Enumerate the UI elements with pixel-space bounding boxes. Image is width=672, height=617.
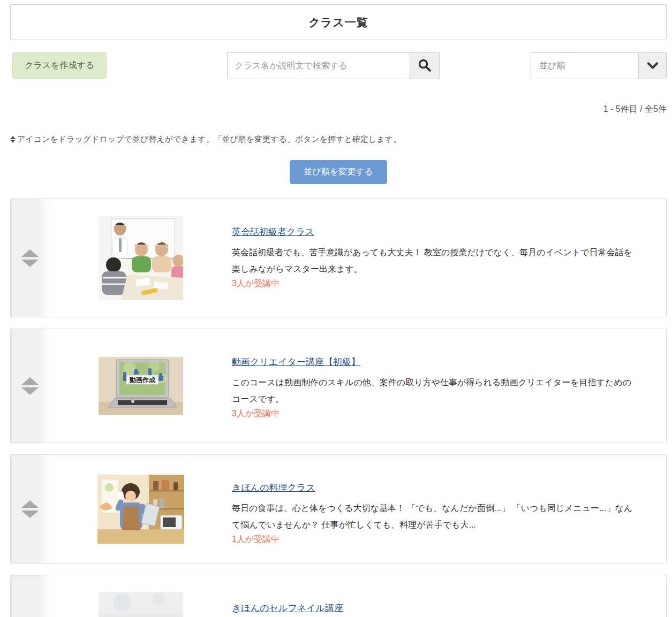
class-title-link[interactable]: 英会話初級者クラス bbox=[232, 226, 314, 238]
english-conversation-classroom-photo bbox=[99, 216, 183, 300]
enrollment-count: 3人が受講中 bbox=[232, 278, 635, 290]
class-info: きほんの料理クラス 毎日の食事は、心と体をつくる大切な基本！ 「でも、なんだか面… bbox=[232, 455, 666, 563]
class-title-link[interactable]: きほんのセルフネイル講座 bbox=[232, 602, 343, 614]
magnifier-icon bbox=[418, 58, 432, 74]
drag-sort-icon bbox=[21, 500, 39, 518]
class-info: 動画クリエイター講座【初級】 このコースは動画制作のスキルの他、案件の取り方や仕… bbox=[232, 329, 666, 443]
search-button[interactable] bbox=[410, 52, 440, 79]
toolbar: クラスを作成する 並び順 bbox=[10, 52, 667, 79]
enrollment-count: 3人が受講中 bbox=[232, 408, 635, 420]
drag-sort-icon bbox=[21, 377, 39, 395]
drag-handle[interactable] bbox=[11, 455, 49, 563]
class-list: 英会話初級者クラス 英会話初級者でも、苦手意識があっても大丈夫！ 教室の授業だけ… bbox=[10, 199, 667, 617]
sort-order-selected-value: 並び順 bbox=[531, 53, 638, 79]
laptop-video-creation-photo: 動画作成 bbox=[99, 357, 183, 415]
class-thumbnail bbox=[49, 455, 232, 563]
page-container: クラス一覧 クラスを作成する 並び順 1 - 5件目 bbox=[0, 0, 672, 617]
apply-sort-row: 並び順を変更する bbox=[10, 160, 667, 184]
search-group bbox=[227, 52, 440, 79]
class-title-link[interactable]: きほんの料理クラス bbox=[232, 482, 315, 494]
class-thumbnail: 動画作成 bbox=[49, 329, 232, 443]
enrollment-count: 1人が受講中 bbox=[232, 534, 635, 545]
class-info: 英会話初級者クラス 英会話初級者でも、苦手意識があっても大丈夫！ 教室の授業だけ… bbox=[232, 199, 666, 317]
class-info: きほんのセルフネイル講座 bbox=[232, 575, 666, 617]
drag-handle[interactable] bbox=[11, 199, 49, 317]
thumbnail-caption: 動画作成 bbox=[129, 376, 156, 384]
class-description: 毎日の食事は、心と体をつくる大切な基本！ 「でも、なんだか面倒...」 「いつも… bbox=[232, 500, 635, 533]
kitchen-cooking-class-photo bbox=[97, 475, 184, 544]
class-list-item: きほんのセルフネイル講座 bbox=[10, 575, 667, 617]
class-list-item: 動画作成 動画クリエイター講座【初級】 このコースは動画制作のスキルの他、案件の… bbox=[10, 329, 667, 443]
apply-sort-order-button[interactable]: 並び順を変更する bbox=[290, 160, 387, 184]
drag-sort-icon bbox=[10, 136, 16, 143]
page-title: クラス一覧 bbox=[308, 15, 368, 30]
class-description: 英会話初級者でも、苦手意識があっても大丈夫！ 教室の授業だけでなく、毎月のイベン… bbox=[232, 244, 635, 277]
result-count: 1 - 5件目 / 全5件 bbox=[10, 104, 667, 115]
class-list-item: 英会話初級者クラス 英会話初級者でも、苦手意識があっても大丈夫！ 教室の授業だけ… bbox=[10, 199, 667, 317]
sort-instruction: アイコンをドラッグドロップで並び替えができます。「並び順を変更する」ボタンを押す… bbox=[10, 134, 667, 144]
page-header: クラス一覧 bbox=[10, 4, 667, 40]
drag-handle[interactable] bbox=[11, 329, 49, 443]
sort-order-select[interactable]: 並び順 bbox=[531, 52, 667, 79]
class-title-link[interactable]: 動画クリエイター講座【初級】 bbox=[232, 356, 360, 368]
self-nail-course-photo bbox=[99, 592, 183, 617]
drag-handle[interactable] bbox=[11, 575, 49, 617]
drag-sort-icon bbox=[21, 249, 39, 267]
create-class-button[interactable]: クラスを作成する bbox=[12, 52, 107, 79]
class-description: このコースは動画制作のスキルの他、案件の取り方や仕事が得られる動画クリエイターを… bbox=[232, 374, 635, 407]
search-input[interactable] bbox=[227, 52, 410, 79]
class-thumbnail bbox=[49, 199, 232, 317]
sort-instruction-text: アイコンをドラッグドロップで並び替えができます。「並び順を変更する」ボタンを押す… bbox=[17, 134, 401, 144]
class-thumbnail bbox=[49, 575, 232, 617]
chevron-down-icon bbox=[638, 53, 666, 79]
class-list-item: きほんの料理クラス 毎日の食事は、心と体をつくる大切な基本！ 「でも、なんだか面… bbox=[10, 454, 667, 563]
